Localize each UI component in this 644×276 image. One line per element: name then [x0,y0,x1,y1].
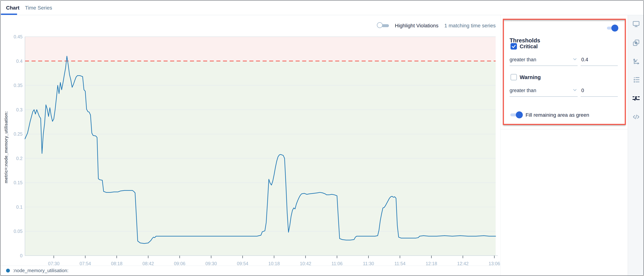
svg-text:08:42: 08:42 [142,261,154,266]
chevron-down-icon[interactable] [572,56,578,62]
warning-condition-select[interactable]: greater than [510,88,536,93]
svg-text:12:18: 12:18 [426,261,437,266]
critical-label: Critical [520,44,538,50]
svg-text:09:54: 09:54 [237,261,248,266]
legend-series-label[interactable]: :node_memory_utilisation: [13,268,68,273]
warning-condition-underline [510,96,578,97]
check-icon [511,44,516,49]
svg-text:07:30: 07:30 [48,261,60,266]
svg-text:11:30: 11:30 [363,261,374,266]
svg-text:0.05: 0.05 [14,229,22,234]
svg-text:07:54: 07:54 [80,261,91,266]
critical-checkbox[interactable] [510,43,517,50]
app-window: Chart Time Series Highlight Violations 1… [0,0,644,276]
svg-text:11:06: 11:06 [331,261,342,266]
chart-legend: :node_memory_utilisation: [0,265,500,273]
svg-text:11:54: 11:54 [394,261,406,266]
fill-green-label: Fill remaining area as green [526,112,589,118]
time-series-chart[interactable]: 00.050.10.150.20.250.30.350.40.4507:3007… [0,15,500,268]
thresholds-enable-toggle[interactable] [606,25,618,32]
legend-list-icon[interactable] [630,74,642,85]
thresholds-panel: Thresholds Critical greater than 0.4 War… [500,15,628,276]
code-icon[interactable] [630,111,642,122]
tab-bar: Chart Time Series [0,1,644,15]
toggle-knob [516,111,523,118]
svg-text:0.2: 0.2 [16,156,22,161]
icon-rail [628,15,644,276]
warning-checkbox[interactable] [510,74,517,80]
y-axis-title: metric=:node_memory_utilisation: [4,92,8,202]
chart-section: Highlight Violations 1 matching time ser… [0,15,500,276]
toggle-knob [611,25,618,32]
critical-condition-select[interactable]: greater than [510,57,536,63]
critical-condition-underline [510,66,578,66]
svg-text:0.45: 0.45 [14,34,22,39]
svg-text:0.15: 0.15 [14,180,22,185]
svg-text:10:42: 10:42 [300,261,311,266]
svg-text:0.3: 0.3 [16,107,22,112]
critical-value-underline [580,66,618,66]
svg-text:0: 0 [20,253,22,258]
duplicate-icon[interactable] [630,37,642,48]
tab-chart[interactable]: Chart [6,5,20,11]
svg-text:08:18: 08:18 [111,261,122,266]
fill-green-toggle[interactable] [510,111,523,118]
warning-value-underline [580,96,618,97]
tab-time-series[interactable]: Time Series [25,5,52,11]
svg-text:12:42: 12:42 [457,261,469,266]
svg-text:10:18: 10:18 [268,261,280,266]
warning-value-input[interactable]: 0 [581,88,584,93]
svg-text:0.4: 0.4 [16,59,22,64]
legend-series-dot [6,269,10,272]
svg-text:09:30: 09:30 [206,261,217,266]
warning-label: Warning [520,74,541,80]
svg-text:0.1: 0.1 [16,204,22,210]
axes-icon[interactable] [630,56,642,67]
svg-text:0.35: 0.35 [14,83,22,88]
critical-value-input[interactable]: 0.4 [581,57,588,63]
monitor-icon[interactable] [630,19,642,30]
thresholds-icon[interactable] [630,93,642,104]
panel-divider [500,129,628,129]
thresholds-title: Thresholds [510,37,540,44]
svg-text:09:06: 09:06 [174,261,186,266]
active-tab-underline [1,14,17,15]
svg-text:13:06: 13:06 [489,261,500,266]
svg-text:0.25: 0.25 [14,131,22,137]
chevron-down-icon[interactable] [572,87,578,93]
